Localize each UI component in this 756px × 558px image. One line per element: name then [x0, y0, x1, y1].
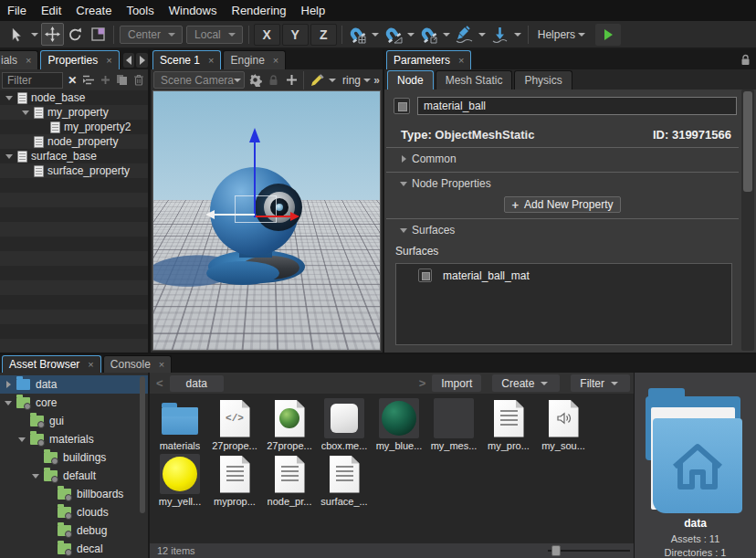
viewport-3d[interactable] [152, 90, 381, 351]
filter-button[interactable]: Filter [571, 374, 630, 392]
gizmo-z-arrow[interactable] [249, 128, 260, 142]
asset-tree-item-decal[interactable]: decal [0, 540, 148, 558]
surface-checkbox[interactable] [418, 268, 432, 282]
asset-item-node-pr[interactable]: node_pr... [262, 453, 317, 509]
asset-item-materials[interactable]: materials [152, 397, 207, 453]
brush-icon[interactable] [310, 72, 326, 89]
clear-filter-icon[interactable]: ✕ [65, 72, 79, 89]
snap-surface-button[interactable] [453, 23, 476, 46]
move-tool-button[interactable] [41, 23, 64, 46]
tab-scroll-left-button[interactable] [123, 53, 135, 68]
section-surfaces[interactable]: Surfaces [384, 219, 740, 241]
asset-tree-item-billboards[interactable]: billboards [0, 485, 148, 503]
tree-item-my_property[interactable]: my_property [0, 105, 148, 120]
pin-lock-icon[interactable] [740, 54, 751, 68]
tree-item-node_base[interactable]: node_base [0, 90, 148, 105]
delete-icon[interactable] [131, 72, 146, 89]
asset-item-surface-[interactable]: surface_... [317, 453, 372, 509]
expander-icon[interactable] [17, 435, 30, 444]
expander-icon[interactable] [5, 152, 14, 161]
expander-icon[interactable] [21, 108, 30, 117]
camera-dropdown[interactable]: Scene Camera [153, 71, 245, 89]
helpers-dropdown[interactable]: Helpers [534, 28, 592, 41]
pivot-dropdown[interactable]: Center [120, 26, 183, 44]
tree-item-node_property[interactable]: node_property [0, 134, 148, 149]
tab-scene-1[interactable]: Scene 1 [152, 50, 221, 69]
asset-tree-item-gui[interactable]: gui [0, 412, 148, 430]
asset-item-cboxme[interactable]: cbox.me... [317, 397, 372, 453]
gizmo-x-arrow[interactable] [290, 212, 299, 221]
collapse-all-icon[interactable] [81, 72, 96, 89]
object-name-input[interactable]: material_ball [417, 97, 737, 115]
asset-tree-item-core[interactable]: core [0, 394, 148, 412]
breadcrumb[interactable]: data [170, 375, 224, 392]
gizmo-y-axis[interactable] [214, 214, 255, 216]
snap-rotate-button[interactable] [382, 23, 404, 46]
parameters-scrollbar[interactable] [741, 89, 754, 351]
tree-item-my_property2[interactable]: my_property2 [0, 120, 148, 134]
asset-item-my-blue[interactable]: my_blue... [372, 397, 426, 453]
axis-y-button[interactable]: Y [282, 24, 309, 46]
expander-icon[interactable] [4, 380, 16, 389]
gizmo-z-axis[interactable] [254, 135, 256, 217]
toolbar-overflow-icon[interactable]: » [373, 74, 380, 87]
asset-tree-item-clouds[interactable]: clouds [0, 503, 148, 521]
tab-scroll-right-button[interactable] [136, 53, 148, 68]
close-icon[interactable] [159, 360, 164, 370]
axis-z-button[interactable]: Z [310, 24, 337, 46]
tab-engine[interactable]: Engine [223, 50, 286, 69]
asset-tree-item-default[interactable]: default [0, 467, 148, 485]
menu-help[interactable]: Help [294, 0, 333, 22]
asset-item-my-sou[interactable]: my_sou... [536, 397, 591, 453]
ring-dropdown[interactable]: ring [342, 74, 373, 87]
create-button[interactable]: Create [492, 374, 560, 392]
asset-item-my-yell[interactable]: my_yell... [152, 453, 207, 509]
close-icon[interactable] [458, 56, 464, 66]
subtab-mesh-static[interactable]: Mesh Static [436, 70, 513, 89]
menu-windows[interactable]: Windows [162, 0, 225, 22]
expander-icon[interactable] [31, 471, 44, 480]
enabled-checkbox[interactable] [394, 98, 410, 114]
close-icon[interactable] [88, 360, 93, 370]
gear-icon[interactable] [247, 72, 263, 89]
add-object-icon[interactable] [283, 72, 299, 89]
add-icon[interactable] [99, 72, 113, 89]
gizmo-x-axis[interactable] [256, 216, 294, 217]
menu-rendering[interactable]: Rendering [225, 0, 294, 22]
snap-surface-dropdown-icon[interactable] [478, 33, 486, 37]
axis-x-button[interactable]: X [254, 24, 280, 46]
tree-item-surface_property[interactable]: surface_property [0, 163, 148, 178]
menu-file[interactable]: File [0, 0, 34, 22]
asset-tree-item-debug[interactable]: debug [0, 521, 148, 540]
close-icon[interactable] [273, 56, 278, 66]
filter-input[interactable]: Filter [2, 72, 63, 89]
scale-tool-button[interactable] [87, 23, 110, 46]
asset-item-27prope[interactable]: </>27prope... [207, 397, 262, 453]
rotate-tool-button[interactable] [64, 23, 87, 46]
section-node-properties[interactable]: Node Properties [384, 173, 740, 195]
copy-icon[interactable] [115, 72, 130, 89]
coordinate-space-dropdown[interactable]: Local [186, 26, 243, 44]
menu-tools[interactable]: Tools [119, 0, 161, 22]
select-tool-dropdown-icon[interactable] [31, 33, 38, 37]
drop-to-surface-button[interactable] [488, 23, 511, 46]
snap-scale-dropdown-icon[interactable] [443, 33, 450, 37]
close-icon[interactable] [106, 56, 111, 66]
asset-item-27prope[interactable]: 27prope... [262, 397, 317, 453]
asset-tree-item-buildings[interactable]: buildings [0, 448, 148, 467]
tab-console[interactable]: Console [103, 355, 172, 373]
drop-to-surface-dropdown-icon[interactable] [514, 33, 521, 37]
add-new-property-button[interactable]: +Add New Property [504, 196, 622, 213]
tree-item-surface_base[interactable]: surface_base [0, 149, 148, 163]
zoom-slider-knob[interactable] [551, 545, 561, 556]
snap-scale-button[interactable] [417, 23, 440, 46]
close-icon[interactable] [208, 56, 214, 66]
snap-move-button[interactable] [346, 23, 369, 46]
gizmo-y-arrow[interactable] [205, 210, 215, 219]
menu-create[interactable]: Create [68, 0, 119, 22]
expander-icon[interactable] [5, 93, 14, 102]
tab-properties[interactable]: Properties [40, 50, 119, 69]
asset-tree-scrollbar[interactable] [140, 376, 145, 513]
surface-item[interactable]: material_ball_mat [396, 264, 731, 282]
tab-materials[interactable]: ials [0, 50, 38, 69]
